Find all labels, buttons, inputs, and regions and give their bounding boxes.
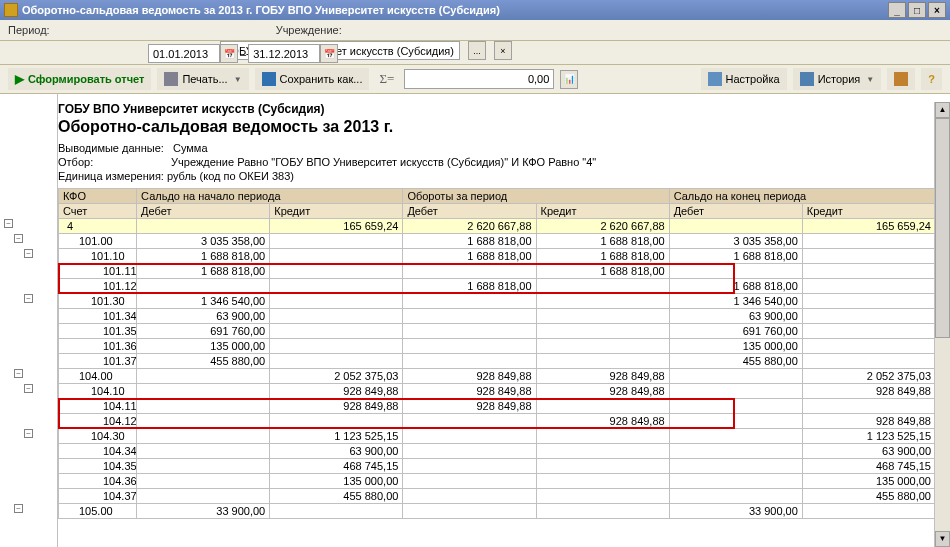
window-title: Оборотно-сальдовая ведомость за 2013 г. … (22, 4, 886, 16)
minimize-button[interactable]: _ (888, 2, 906, 18)
table-row[interactable]: 101.101 688 818,001 688 818,001 688 818,… (59, 249, 936, 264)
header-row-2: Счет Дебет Кредит Дебет Кредит Дебет Кре… (59, 204, 936, 219)
print-button[interactable]: Печать... ▼ (157, 68, 248, 90)
table-row[interactable]: 104.10928 849,88928 849,88928 849,88928 … (59, 384, 936, 399)
hdr-tc: Кредит (536, 204, 669, 219)
cell (403, 309, 536, 324)
tree-line (0, 471, 57, 486)
institution-clear-button[interactable]: × (494, 41, 512, 60)
cell: 101.36 (59, 339, 137, 354)
tree-column: −−−−−−−− (0, 94, 58, 547)
scroll-up-button[interactable]: ▲ (935, 102, 950, 118)
sum-input[interactable] (404, 69, 554, 89)
play-icon: ▶ (15, 72, 24, 86)
table-row[interactable]: 105.0033 900,0033 900,00 (59, 504, 936, 519)
cell: 928 849,88 (403, 384, 536, 399)
tree-line (0, 306, 57, 321)
cell (403, 429, 536, 444)
cell: 468 745,15 (802, 459, 935, 474)
cell: 691 760,00 (669, 324, 802, 339)
table-row[interactable]: 104.35468 745,15468 745,15 (59, 459, 936, 474)
cell: 135 000,00 (270, 474, 403, 489)
hdr-td: Дебет (403, 204, 536, 219)
tree-line (0, 411, 57, 426)
tree-toggle[interactable]: − (24, 429, 33, 438)
scroll-thumb[interactable] (935, 118, 950, 338)
date-from-input[interactable] (148, 44, 220, 63)
tool-extra-1[interactable] (887, 68, 915, 90)
save-as-button[interactable]: Сохранить как... (255, 68, 370, 90)
tree-toggle[interactable]: − (4, 219, 13, 228)
org-name: ГОБУ ВПО Университет искусств (Субсидия) (58, 102, 942, 116)
hdr-ec: Кредит (802, 204, 935, 219)
app-icon (4, 3, 18, 17)
date-to-input[interactable] (248, 44, 320, 63)
table-row[interactable]: 101.35691 760,00691 760,00 (59, 324, 936, 339)
cell: 1 688 818,00 (137, 249, 270, 264)
cell (270, 414, 403, 429)
cell (137, 384, 270, 399)
tree-toggle[interactable]: − (14, 504, 23, 513)
cell (802, 309, 935, 324)
table-row[interactable]: 101.003 035 358,001 688 818,001 688 818,… (59, 234, 936, 249)
cell (536, 279, 669, 294)
table-row[interactable]: 101.121 688 818,001 688 818,00 (59, 279, 936, 294)
settings-button[interactable]: Настройка (701, 68, 787, 90)
table-row[interactable]: 101.36135 000,00135 000,00 (59, 339, 936, 354)
cell: 101.10 (59, 249, 137, 264)
tree-toggle[interactable]: − (24, 249, 33, 258)
cell: 104.30 (59, 429, 137, 444)
table-row[interactable]: 104.3463 900,0063 900,00 (59, 444, 936, 459)
tree-toggle[interactable]: − (24, 294, 33, 303)
close-button[interactable]: × (928, 2, 946, 18)
table-row[interactable]: 104.12928 849,88928 849,88 (59, 414, 936, 429)
cell: 1 688 818,00 (536, 249, 669, 264)
vertical-scrollbar[interactable]: ▲ ▼ (934, 102, 950, 547)
cell (403, 414, 536, 429)
table-row[interactable]: 101.3463 900,0063 900,00 (59, 309, 936, 324)
hdr-sc: Кредит (270, 204, 403, 219)
cell (137, 489, 270, 504)
header-row-1: КФО Сальдо на начало периода Обороты за … (59, 189, 936, 204)
cell: 33 900,00 (669, 504, 802, 519)
tree-toggle[interactable]: − (24, 384, 33, 393)
date-from-picker-icon[interactable]: 📅 (220, 44, 238, 63)
scroll-down-button[interactable]: ▼ (935, 531, 950, 547)
table-row[interactable]: 104.36135 000,00135 000,00 (59, 474, 936, 489)
form-report-button[interactable]: ▶ Сформировать отчет (8, 68, 151, 90)
table-row[interactable]: 4165 659,242 620 667,882 620 667,88165 6… (59, 219, 936, 234)
cell (270, 279, 403, 294)
date-to-picker-icon[interactable]: 📅 (320, 44, 338, 63)
cell: 928 849,88 (802, 414, 935, 429)
cell: 2 620 667,88 (403, 219, 536, 234)
cell (403, 294, 536, 309)
cell (137, 444, 270, 459)
history-button[interactable]: История ▼ (793, 68, 882, 90)
sum-calc-button[interactable]: 📊 (560, 70, 578, 89)
cell (536, 504, 669, 519)
cell (802, 339, 935, 354)
help-button[interactable]: ? (921, 68, 942, 90)
cell (270, 504, 403, 519)
table-row[interactable]: 104.37455 880,00455 880,00 (59, 489, 936, 504)
cell: 1 346 540,00 (137, 294, 270, 309)
cell (137, 414, 270, 429)
tree-toggle[interactable]: − (14, 369, 23, 378)
restore-button[interactable]: □ (908, 2, 926, 18)
table-row[interactable]: 104.11928 849,88928 849,88 (59, 399, 936, 414)
cell: 101.30 (59, 294, 137, 309)
institution-select-button[interactable]: ... (468, 41, 486, 60)
table-row[interactable]: 101.37455 880,00455 880,00 (59, 354, 936, 369)
print-label: Печать... (182, 73, 227, 85)
table-row[interactable]: 104.301 123 525,151 123 525,15 (59, 429, 936, 444)
institution-label: Учреждение: (276, 24, 342, 36)
tree-toggle[interactable]: − (14, 234, 23, 243)
cell: 2 052 375,03 (802, 369, 935, 384)
table-row[interactable]: 101.301 346 540,001 346 540,00 (59, 294, 936, 309)
tree-line (0, 486, 57, 501)
table-row[interactable]: 101.111 688 818,001 688 818,00 (59, 264, 936, 279)
cell (669, 474, 802, 489)
cell (669, 414, 802, 429)
table-row[interactable]: 104.002 052 375,03928 849,88928 849,882 … (59, 369, 936, 384)
cell: 104.12 (59, 414, 137, 429)
